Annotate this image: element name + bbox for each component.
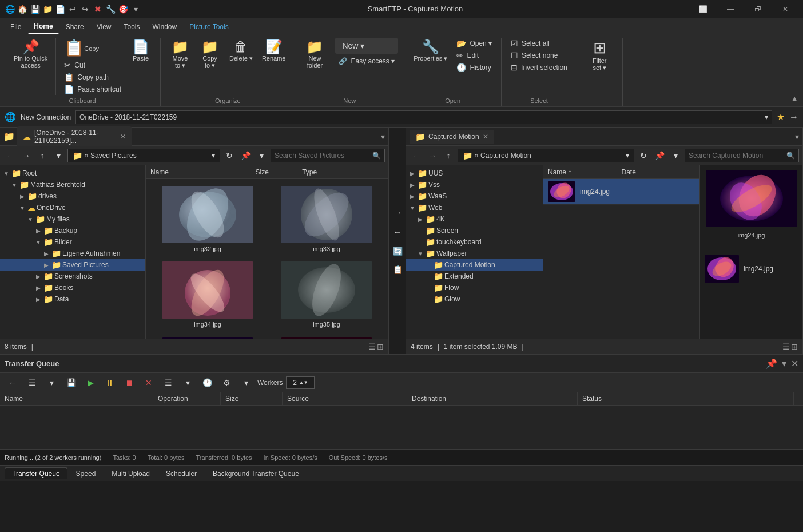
list-item[interactable]: img25.jpg	[269, 335, 384, 339]
left-nav-more[interactable]: ▾	[255, 149, 268, 162]
star-btn[interactable]: ★	[777, 112, 785, 122]
forward-arrow-btn[interactable]: →	[789, 112, 798, 122]
tree-item-data[interactable]: ▶ 📁 Data	[0, 293, 145, 305]
list-item[interactable]: img34.jpg	[150, 259, 265, 330]
grid-view-btn[interactable]: ⊞	[377, 342, 384, 351]
properties-btn[interactable]: 🔧 Properties ▾	[410, 38, 451, 65]
more-icon[interactable]: ▾	[130, 4, 141, 14]
right-tab-dropdown[interactable]: ▾	[795, 132, 799, 141]
list-item[interactable]: img32.jpg	[150, 184, 265, 255]
tree-item-capturedmotion[interactable]: 📁 Captured Motion	[406, 259, 543, 271]
folder-icon[interactable]: 📁	[42, 4, 53, 14]
left-back-btn[interactable]: ←	[3, 149, 17, 162]
transfer-close-btn[interactable]: ✕	[791, 358, 798, 369]
transfer-left-btn[interactable]: ←	[391, 225, 404, 240]
doc-icon[interactable]: 📄	[55, 4, 65, 14]
copy-path-btn[interactable]: 📋 Copy path	[61, 72, 125, 83]
right-forward-btn[interactable]: →	[426, 149, 439, 162]
new-folder-btn[interactable]: 📁 Newfolder	[301, 38, 328, 71]
tree-item-myfiles[interactable]: ▼ 📁 My files	[0, 213, 145, 225]
copy-btn[interactable]: 📋 Copy	[61, 38, 125, 58]
tree-item-root[interactable]: ▼ 📁 Root	[0, 168, 145, 179]
save-icon[interactable]: 💾	[30, 4, 40, 14]
tq-save-btn[interactable]: 💾	[63, 376, 79, 390]
tree-item-screen[interactable]: 📁 Screen	[406, 225, 543, 236]
tq-col-size[interactable]: Size	[225, 392, 283, 405]
edit-btn[interactable]: ✏ Edit	[453, 50, 495, 61]
right-nav-more[interactable]: ▾	[669, 149, 682, 162]
right-tab-close[interactable]: ✕	[483, 133, 488, 141]
right-list-view-btn[interactable]: ☰	[782, 342, 790, 351]
tree-item-flow[interactable]: 📁 Flow	[406, 282, 543, 293]
undo-icon[interactable]: ↩	[67, 4, 78, 14]
workers-input[interactable]: 2 ▲▼	[286, 376, 315, 389]
right-up-btn[interactable]: ↑	[442, 149, 455, 162]
menu-share[interactable]: Share	[60, 21, 90, 33]
tq-cancel-btn[interactable]: ✕	[141, 376, 157, 390]
left-path-bar[interactable]: 📁 » Saved Pictures ▾	[67, 149, 220, 162]
right-search-input[interactable]	[689, 152, 784, 160]
delete-btn[interactable]: 🗑 Delete ▾	[226, 38, 256, 65]
right-grid-view-btn[interactable]: ⊞	[791, 342, 798, 351]
menu-home[interactable]: Home	[28, 20, 58, 34]
new-btn[interactable]: New ▾	[335, 38, 398, 54]
tq-stop-btn[interactable]: ⏹	[121, 376, 137, 390]
copy-to-btn[interactable]: 📁 Copyto ▾	[196, 38, 224, 72]
tq-col-operation[interactable]: Operation	[158, 392, 221, 405]
left-search-input[interactable]	[275, 152, 370, 160]
tab-speed[interactable]: Speed	[69, 467, 104, 479]
sync2-btn[interactable]: 📋	[391, 263, 405, 276]
menu-picture-tools[interactable]: Picture Tools	[184, 21, 234, 33]
tq-pause-btn[interactable]: ⏸	[102, 376, 118, 390]
right-back-btn[interactable]: ←	[410, 149, 423, 162]
left-refresh-btn[interactable]: ↻	[222, 149, 236, 162]
menu-window[interactable]: Window	[147, 21, 183, 33]
tree-item-web[interactable]: ▼ 📁 Web	[406, 202, 543, 213]
target-icon[interactable]: 🎯	[118, 4, 128, 14]
right-path-bar[interactable]: 📁 » Captured Motion ▾	[458, 149, 634, 162]
right-tab[interactable]: 📁 Captured Motion ✕	[410, 130, 494, 144]
sync-btn[interactable]: 🔄	[391, 244, 405, 258]
left-tab-dropdown[interactable]: ▾	[381, 132, 385, 141]
transfer-dock-btn[interactable]: ▾	[782, 358, 786, 369]
list-item[interactable]: img33.jpg	[269, 184, 384, 255]
col-size[interactable]: Size	[256, 168, 303, 176]
menu-view[interactable]: View	[91, 21, 117, 33]
move-to-btn[interactable]: 📁 Moveto ▾	[166, 38, 194, 72]
tq-settings-btn[interactable]: ⚙	[218, 376, 234, 390]
history-btn[interactable]: 🕐 History	[453, 62, 495, 73]
tq-col-status[interactable]: Status	[582, 392, 794, 405]
tree-item-vss[interactable]: ▶ 📁 Vss	[406, 179, 543, 190]
tree-item-books[interactable]: ▶ 📁 Books	[0, 282, 145, 293]
tq-col-source[interactable]: Source	[287, 392, 407, 405]
tab-multi-upload[interactable]: Multi Upload	[104, 467, 157, 479]
maximize-btn[interactable]: 🗗	[745, 0, 771, 18]
tree-item-onedrive[interactable]: ▼ ☁ OneDrive	[0, 202, 145, 213]
tab-scheduler[interactable]: Scheduler	[158, 467, 204, 479]
tree-item-wallpaper[interactable]: ▼ 📁 Wallpaper	[406, 248, 543, 259]
easy-access-btn[interactable]: 🔗 Easy access ▾	[335, 56, 398, 66]
close-btn[interactable]: ✕	[772, 0, 798, 18]
tab-transfer-queue[interactable]: Transfer Queue	[5, 467, 67, 479]
right-col-name[interactable]: Name ↑	[548, 168, 622, 176]
tree-item-uus[interactable]: ▶ 📁 UUS	[406, 168, 543, 179]
open-btn[interactable]: 📂 Open ▾	[453, 38, 495, 49]
right-nav-icon[interactable]: 📌	[653, 149, 666, 162]
transfer-pin-btn[interactable]: 📌	[766, 358, 777, 369]
paste-shortcut-btn[interactable]: 📄 Paste shortcut	[61, 84, 125, 95]
ribbon-collapse-btn[interactable]: ▲	[790, 94, 798, 103]
menu-tools[interactable]: Tools	[118, 21, 146, 33]
col-name[interactable]: Name	[150, 168, 256, 176]
list-item[interactable]: img24.jpg	[543, 179, 699, 205]
left-search[interactable]: 🔍	[271, 149, 385, 162]
menu-file[interactable]: File	[5, 21, 27, 33]
pin-to-quick-access-btn[interactable]: 📌 Pin to Quickaccess	[10, 38, 51, 71]
restore-down-btn[interactable]: ⬜	[690, 0, 716, 18]
tq-col-name[interactable]: Name	[5, 392, 153, 405]
left-forward-btn[interactable]: →	[19, 149, 33, 162]
col-type[interactable]: Type	[302, 168, 384, 176]
left-tab[interactable]: ☁ [OneDrive - 2018-11-21T022159]... ✕	[17, 126, 132, 147]
tq-clock-btn[interactable]: 🕐	[199, 376, 215, 390]
list-item[interactable]: img24.jpg	[150, 335, 265, 339]
right-refresh-btn[interactable]: ↻	[637, 149, 650, 162]
